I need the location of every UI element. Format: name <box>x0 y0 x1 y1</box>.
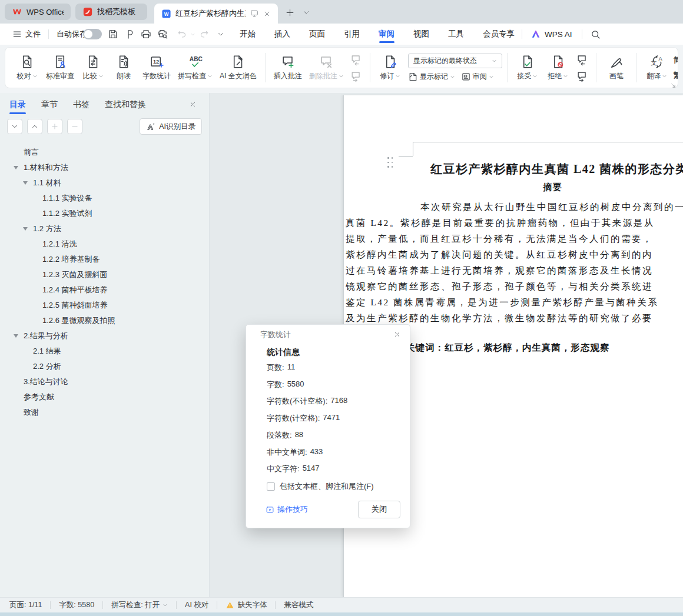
sidebar-tab-3[interactable]: 查找和替换 <box>105 96 146 114</box>
ribbon-button-translate[interactable]: 文A翻译 <box>642 49 672 86</box>
ribbon-button-spell-check[interactable]: ABC拼写检查 <box>174 49 216 86</box>
markup-state-combobox[interactable]: 显示标记的最终状态 <box>408 54 502 68</box>
chevron-down-icon <box>339 74 344 79</box>
window-tab-active[interactable]: W红豆杉产紫杉醇内生真菌L42菌 <box>154 4 278 24</box>
ribbon-button-comment-add[interactable]: 插入批注 <box>270 49 306 86</box>
undo-button[interactable] <box>177 24 195 45</box>
previous-comment-button[interactable] <box>349 52 364 66</box>
menu-tab-7[interactable]: 会员专享 <box>483 24 515 45</box>
sidebar-tab-2[interactable]: 书签 <box>73 96 89 114</box>
dialog-close-button[interactable] <box>391 329 403 341</box>
ribbon-small-button-review-pane[interactable]: 审阅 <box>461 72 494 82</box>
file-menu-label: 文件 <box>25 29 41 39</box>
new-tab-button[interactable] <box>283 5 297 19</box>
tab-close-button[interactable] <box>263 8 271 19</box>
print-button[interactable] <box>140 24 152 45</box>
chevron-down-icon <box>32 74 38 79</box>
print-preview-button[interactable] <box>157 24 168 45</box>
menu-tab-6[interactable]: 工具 <box>448 24 464 45</box>
collapse-arrow-icon[interactable] <box>14 334 18 338</box>
next-comment-button[interactable] <box>349 69 364 83</box>
status-item-1[interactable]: 字数: 5580 <box>59 600 94 610</box>
outline-item[interactable]: 前言 <box>0 145 209 160</box>
outline-item[interactable]: 2.2 分析 <box>0 359 209 374</box>
ribbon-button-word-count[interactable]: 12字数统计 <box>139 49 174 86</box>
collapse-arrow-icon[interactable] <box>23 227 28 231</box>
tips-link[interactable]: 操作技巧 <box>266 504 308 515</box>
outline-item[interactable]: 1.2.4 菌种平板培养 <box>0 282 209 298</box>
convert-button-fan[interactable]: 繁→转简 <box>674 70 678 81</box>
outline-item[interactable]: 1.2.3 灭菌及摆斜面 <box>0 267 209 282</box>
toolbar-more-button[interactable] <box>217 24 225 45</box>
wps-ai-button[interactable]: WPS AI <box>531 24 572 45</box>
outline-item[interactable]: 1.2.2 培养基制备 <box>0 252 209 267</box>
menu-tab-1[interactable]: 插入 <box>274 24 290 45</box>
outline-item[interactable]: 1.材料和方法 <box>0 160 209 175</box>
ribbon-button-comment-del[interactable]: 删除批注 <box>306 49 347 86</box>
outline-item[interactable]: 1.1 材料 <box>0 175 209 191</box>
ribbon-button-accept[interactable]: 接受 <box>512 49 543 86</box>
outline-item[interactable]: 参考文献 <box>0 389 209 405</box>
outline-item-label: 2.1 结果 <box>0 346 61 357</box>
menu-tab-3[interactable]: 引用 <box>344 24 360 45</box>
next-revision-button[interactable] <box>575 69 590 83</box>
ribbon-button-std-review[interactable]: 标准审查 <box>42 49 78 86</box>
outline-item[interactable]: 2.结果与分析 <box>0 328 209 344</box>
outline-item[interactable]: 1.2 方法 <box>0 221 209 237</box>
ribbon-button-compare[interactable]: 比较 <box>78 49 108 86</box>
collapse-arrow-icon[interactable] <box>23 181 28 185</box>
bottom-strip <box>0 612 683 616</box>
status-item-2[interactable]: 拼写检查: 打开 <box>111 600 168 610</box>
status-item-5[interactable]: 兼容模式 <box>284 600 313 610</box>
sidebar-tab-1[interactable]: 章节 <box>41 96 58 114</box>
outline-expand-button[interactable] <box>47 119 62 134</box>
search-button[interactable] <box>590 24 601 45</box>
ribbon-small-button-show-markup[interactable]: 显示标记 <box>408 72 455 82</box>
compare-icon <box>85 54 101 69</box>
ribbon-button-track-changes[interactable]: 修订 <box>375 49 406 86</box>
convert-button-jian[interactable]: 简→转繁 <box>674 55 678 66</box>
print-icon <box>140 28 152 40</box>
outline-item[interactable]: 1.1.2 实验试剂 <box>0 206 209 221</box>
outline-item[interactable]: 1.2.1 清洗 <box>0 237 209 252</box>
ai-recognize-toc-button[interactable]: AI识别目录 <box>140 118 202 135</box>
ribbon-expand-icon[interactable] <box>669 82 677 89</box>
previous-revision-button[interactable] <box>575 52 590 66</box>
sidebar-tab-0[interactable]: 目录 <box>9 96 26 114</box>
menu-tab-active[interactable]: 审阅 <box>379 24 394 45</box>
window-tab[interactable]: WPS Office <box>5 4 71 20</box>
ribbon-button-proof[interactable]: 校对 <box>12 49 42 86</box>
menu-tab-2[interactable]: 页面 <box>309 24 325 45</box>
status-item-4[interactable]: 缺失字体 <box>226 600 267 610</box>
window-tab[interactable]: 找稻壳模板 <box>75 4 147 20</box>
autosave-toggle[interactable] <box>83 29 102 39</box>
outline-prev-button[interactable] <box>27 119 42 134</box>
ribbon-button-pen[interactable]: 画笔 <box>601 49 632 86</box>
outline-next-button[interactable] <box>7 119 22 134</box>
outline-item[interactable]: 1.2.5 菌种斜面培养 <box>0 298 209 313</box>
outline-item[interactable]: 3.结论与讨论 <box>0 374 209 389</box>
outline-item[interactable]: 2.1 结果 <box>0 344 209 359</box>
outline-collapse-button[interactable] <box>67 119 82 134</box>
status-item-0[interactable]: 页面: 1/11 <box>9 600 42 610</box>
status-item-3[interactable]: AI 校对 <box>185 600 208 610</box>
sidebar-close-button[interactable] <box>189 98 202 111</box>
include-footnotes-checkbox[interactable]: 包括文本框、脚注和尾注(F) <box>267 481 374 492</box>
paragraph-drag-handle[interactable] <box>386 156 394 169</box>
redo-button[interactable] <box>199 24 210 45</box>
outline-item[interactable]: 致谢 <box>0 405 209 420</box>
save-button[interactable] <box>107 24 119 45</box>
document-body-line: 及为生产紫杉醇的生物化学方法，微生物发酵法等的研究做了必要 <box>346 312 653 325</box>
file-menu-button[interactable]: 文件 <box>12 24 41 45</box>
ribbon-button-read-aloud[interactable]: 朗读 <box>108 49 139 86</box>
collapse-arrow-icon[interactable] <box>14 166 18 169</box>
outline-item[interactable]: 1.1.1 实验设备 <box>0 191 209 206</box>
outline-item[interactable]: 1.2.6 显微观察及拍照 <box>0 313 209 328</box>
ribbon-button-ai-polish[interactable]: AI 全文润色 <box>216 49 260 86</box>
menu-tab-0[interactable]: 开始 <box>240 24 256 45</box>
close-dialog-button[interactable]: 关闭 <box>358 501 400 518</box>
export-button[interactable] <box>124 24 135 45</box>
tab-list-button[interactable] <box>299 5 313 19</box>
menu-tab-5[interactable]: 视图 <box>413 24 429 45</box>
ribbon-button-reject[interactable]: 拒绝 <box>543 49 573 86</box>
